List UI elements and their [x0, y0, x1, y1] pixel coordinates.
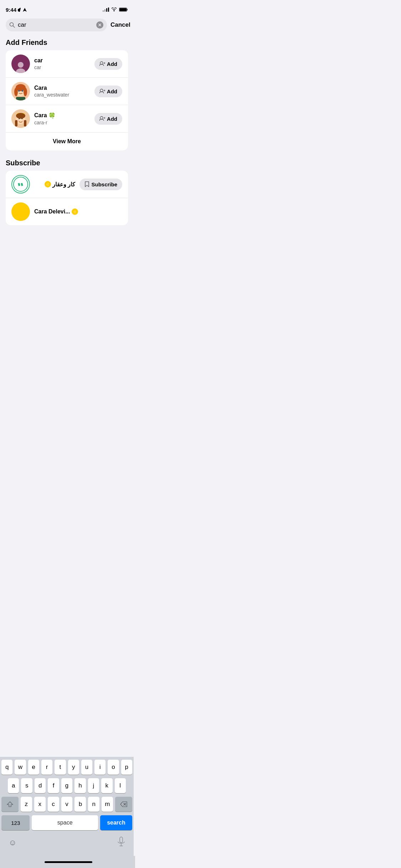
star-badge: ⭐ [45, 181, 51, 187]
subscribe-row-kar: کار وعقار ⭐ Subscribe [6, 171, 128, 198]
friend-row-car: car car Add [6, 50, 128, 78]
avatar-cara-westwater [11, 82, 30, 100]
add-person-icon [99, 61, 105, 66]
avatar-car [11, 55, 30, 73]
subscribe-row-cara-d: Cara Delevi... ⭐ [6, 198, 128, 225]
friend-row-cara-r: Cara 🍀 cara-r Add [6, 105, 128, 132]
svg-point-30 [17, 120, 19, 121]
friend-row-cara-westwater: Cara cara_westwater Add [6, 78, 128, 105]
friend-username-cara-westwater: cara_westwater [34, 92, 90, 98]
cancel-button[interactable]: Cancel [110, 21, 130, 29]
status-time: 9:44 [6, 7, 27, 13]
search-area: Cancel [0, 16, 134, 36]
svg-rect-29 [24, 120, 26, 126]
svg-point-16 [14, 88, 18, 96]
svg-point-9 [16, 68, 25, 73]
subscribe-card: کار وعقار ⭐ Subscribe Cara Delevi... ⭐ [6, 171, 128, 225]
subscribe-button-kar[interactable]: Subscribe [79, 179, 122, 190]
view-more-row: View More [6, 132, 128, 150]
avatar-cara-d [11, 202, 30, 221]
add-friends-header: Add Friends [0, 36, 134, 50]
add-button-car[interactable]: Add [94, 58, 122, 70]
friend-info-cara-westwater: Cara cara_westwater [34, 85, 90, 98]
view-more-button[interactable]: View More [53, 138, 81, 145]
svg-point-1 [114, 11, 114, 11]
star-badge-2: ⭐ [72, 208, 78, 215]
status-bar: 9:44 [0, 0, 134, 16]
avatar-cara-r [11, 109, 30, 128]
add-person-icon-3 [99, 116, 105, 121]
search-input[interactable] [18, 21, 93, 29]
svg-rect-28 [15, 120, 17, 126]
signal-icon [103, 7, 109, 12]
svg-point-8 [18, 62, 24, 68]
svg-rect-3 [119, 8, 127, 11]
svg-point-18 [18, 90, 20, 92]
svg-point-19 [22, 90, 23, 92]
subscribe-name-kar: کار وعقار ⭐ [34, 181, 75, 188]
svg-point-31 [22, 120, 24, 121]
friend-username-car: car [34, 64, 90, 70]
search-icon [9, 22, 15, 28]
friend-name-car: car [34, 57, 90, 64]
friend-info-car: car car [34, 57, 90, 70]
svg-point-27 [16, 113, 25, 119]
status-icons [103, 7, 128, 12]
bookmark-icon [84, 181, 89, 187]
add-button-cara-westwater[interactable]: Add [94, 86, 122, 97]
friend-name-cara-r: Cara 🍀 [34, 112, 90, 119]
add-friends-card: car car Add [6, 50, 128, 150]
svg-line-5 [13, 26, 15, 28]
battery-icon [119, 7, 128, 12]
subscribe-header: Subscribe [0, 156, 134, 171]
location-icon [23, 8, 27, 12]
svg-point-17 [24, 88, 27, 96]
svg-rect-20 [16, 97, 25, 100]
avatar-kar [11, 175, 30, 193]
friend-name-cara-westwater: Cara [34, 85, 90, 91]
subscribe-name-cara-d: Cara Delevi... ⭐ [34, 208, 122, 215]
add-button-cara-r[interactable]: Add [94, 113, 122, 125]
clear-button[interactable] [96, 21, 103, 29]
add-person-icon-2 [99, 89, 105, 94]
search-input-wrapper[interactable] [6, 19, 107, 31]
friend-username-cara-r: cara-r [34, 120, 90, 125]
svg-point-35 [14, 177, 28, 191]
wifi-icon [111, 7, 117, 12]
subscribe-info-kar: کار وعقار ⭐ [34, 181, 75, 188]
subscribe-info-cara-d: Cara Delevi... ⭐ [34, 208, 122, 215]
friend-info-cara-r: Cara 🍀 cara-r [34, 112, 90, 125]
